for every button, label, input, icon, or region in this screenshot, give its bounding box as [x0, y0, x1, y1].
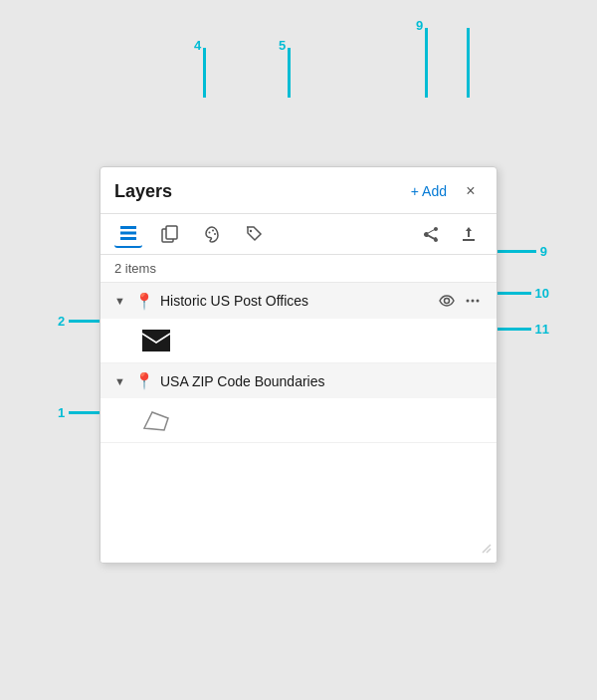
svg-rect-13 — [142, 330, 170, 351]
polygon-symbol — [142, 406, 170, 434]
svg-point-5 — [209, 232, 211, 234]
svg-rect-2 — [120, 237, 136, 240]
share-button[interactable] — [417, 220, 445, 248]
layer-icon-1: 📍 — [134, 292, 154, 311]
envelope-symbol — [142, 327, 170, 354]
svg-point-6 — [212, 230, 214, 232]
item-count-label: 2 items — [114, 261, 156, 276]
list-view-button[interactable] — [114, 220, 142, 248]
resize-handle[interactable] — [481, 541, 493, 559]
annotation-5: 5 — [279, 38, 286, 53]
layer-icon-2: 📍 — [134, 371, 154, 390]
layer-header-2[interactable]: ▼ 📍 USA ZIP Code Boundaries — [100, 363, 497, 398]
layer-actions-1 — [437, 291, 483, 311]
layer-row-1: ▼ 📍 Historic US Post Offices — [100, 283, 497, 363]
annotation-2: 2 — [58, 314, 65, 329]
add-button[interactable]: + Add — [407, 181, 451, 201]
annotation-5-arrow — [288, 48, 291, 98]
annotation-9-arrow — [425, 28, 428, 98]
annotation-1: 1 — [58, 405, 65, 420]
chevron-icon-2[interactable]: ▼ — [114, 375, 128, 387]
visibility-button-1[interactable] — [437, 291, 457, 311]
layer-name-2: USA ZIP Code Boundaries — [160, 373, 483, 389]
svg-point-8 — [250, 230, 252, 232]
layer-header-1[interactable]: ▼ 📍 Historic US Post Offices — [100, 283, 497, 319]
more-options-button-1[interactable] — [463, 291, 483, 311]
annotation-4-arrow — [203, 48, 206, 98]
annotation-9b-arrow — [467, 28, 470, 98]
empty-area — [100, 443, 497, 563]
panel-toolbar — [100, 214, 497, 255]
layer-row-2: ▼ 📍 USA ZIP Code Boundaries — [100, 363, 497, 443]
item-count-row: 2 items — [100, 255, 497, 283]
toolbar-right — [417, 220, 483, 248]
panel-header: Layers + Add × — [100, 167, 497, 214]
svg-point-12 — [477, 300, 480, 303]
annotation-4: 4 — [194, 38, 201, 53]
tag-button[interactable] — [240, 220, 268, 248]
upload-button[interactable] — [455, 220, 483, 248]
layers-panel-container: Layers + Add × — [100, 166, 498, 564]
svg-rect-4 — [166, 226, 177, 239]
svg-rect-1 — [120, 232, 136, 235]
svg-point-11 — [472, 300, 475, 303]
copy-layers-button[interactable] — [156, 220, 184, 248]
svg-point-7 — [214, 233, 216, 235]
layer-name-1: Historic US Post Offices — [160, 293, 431, 309]
chevron-icon-1[interactable]: ▼ — [114, 295, 128, 307]
header-actions: + Add × — [407, 179, 483, 203]
symbol-row-1 — [100, 319, 497, 362]
panel-title: Layers — [114, 181, 172, 202]
annotation-9: 9 — [416, 18, 423, 33]
style-button[interactable] — [198, 220, 226, 248]
symbol-row-2 — [100, 398, 497, 442]
svg-point-10 — [467, 300, 470, 303]
svg-point-9 — [445, 299, 450, 304]
svg-rect-0 — [120, 226, 136, 229]
layers-panel: 2 1 9 10 11 12 3 4 — [100, 166, 498, 564]
close-button[interactable]: × — [459, 179, 483, 203]
